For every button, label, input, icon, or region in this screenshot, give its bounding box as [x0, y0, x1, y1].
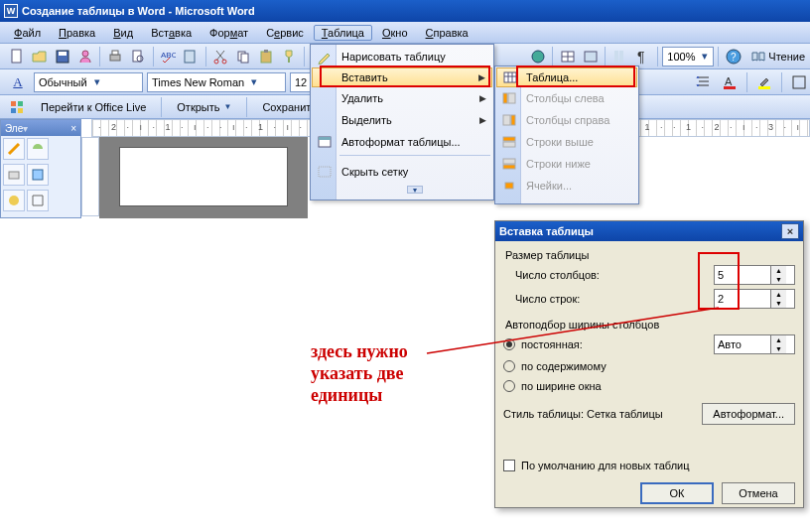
columns-button[interactable]: [609, 46, 630, 67]
menu-insert[interactable]: ВставкаВставка: [143, 25, 200, 41]
fixed-width-input[interactable]: [715, 338, 770, 350]
highlight-button[interactable]: [753, 71, 775, 93]
pane-tool-5[interactable]: [3, 190, 25, 211]
submenu-table[interactable]: Таблица...: [496, 67, 637, 87]
num-cols-spinner[interactable]: ▲▼: [714, 265, 795, 285]
menu-expand[interactable]: ▾: [312, 183, 492, 197]
menu-edit[interactable]: ПравкаПравка: [51, 25, 103, 41]
pane-tool-4[interactable]: [27, 164, 49, 186]
menu-window[interactable]: ОкноОкно: [374, 25, 416, 41]
close-icon[interactable]: ×: [70, 123, 76, 134]
spin-down[interactable]: ▼: [770, 299, 786, 308]
menu-insert-submenu[interactable]: Вставить ▶: [312, 67, 492, 87]
styles-pane-button[interactable]: A: [6, 71, 30, 93]
menu-delete-submenu[interactable]: Удалить ▶: [312, 87, 492, 109]
chevron-right-icon: ▶: [479, 115, 486, 125]
read-mode-button[interactable]: Чтение: [745, 46, 810, 67]
insert-table-button[interactable]: [580, 46, 601, 67]
spell-button[interactable]: ABC: [157, 46, 178, 67]
line-spacing-button[interactable]: [693, 71, 715, 93]
num-rows-spinner[interactable]: ▲▼: [714, 289, 795, 309]
svg-rect-34: [18, 108, 23, 113]
show-marks-button[interactable]: ¶: [632, 46, 653, 67]
menu-autoformat[interactable]: Автоформат таблицы...: [312, 131, 492, 153]
cancel-button[interactable]: Отмена: [722, 482, 795, 504]
style-label: Стиль таблицы:: [503, 408, 584, 420]
pane-tool-6[interactable]: [27, 190, 49, 211]
menu-help[interactable]: СправкаСправка: [418, 25, 476, 41]
spin-up[interactable]: ▲: [770, 266, 786, 275]
tables-borders-button[interactable]: [557, 46, 578, 67]
spin-up[interactable]: ▲: [770, 335, 786, 344]
preview-button[interactable]: [127, 46, 148, 67]
submenu-rows-above: Строки выше: [496, 131, 637, 153]
pane-tool-2[interactable]: [27, 138, 49, 160]
menu-select-submenu[interactable]: Выделить ▶: [312, 109, 492, 131]
style-combo[interactable]: Обычный▾: [34, 72, 143, 92]
font-color-button[interactable]: A: [719, 71, 741, 93]
svg-rect-0: [12, 50, 21, 63]
copy-button[interactable]: [233, 46, 254, 67]
menu-tools[interactable]: СервисСервис: [258, 25, 312, 41]
save-button[interactable]: [52, 46, 72, 67]
table-icon: [501, 68, 519, 86]
chevron-right-icon: ▶: [478, 72, 485, 82]
spin-up[interactable]: ▲: [770, 290, 786, 299]
print-button[interactable]: [104, 46, 125, 67]
help-button[interactable]: ?: [723, 46, 743, 67]
svg-text:A: A: [725, 75, 733, 87]
open-button[interactable]: [29, 46, 50, 67]
chevron-right-icon: ▶: [479, 93, 486, 103]
office-live-open-button[interactable]: Открыть▼: [168, 97, 240, 117]
ruler-vertical[interactable]: [81, 137, 99, 216]
office-live-go-button[interactable]: Перейти к Office Live: [32, 97, 155, 117]
svg-rect-30: [793, 76, 805, 88]
dialog-titlebar: Вставка таблицы ×: [495, 221, 803, 241]
radio-fixed[interactable]: постоянная:: [503, 334, 583, 354]
svg-rect-29: [758, 86, 770, 89]
research-button[interactable]: [181, 46, 202, 67]
permissions-button[interactable]: [74, 46, 95, 67]
svg-rect-9: [185, 51, 195, 63]
menu-table[interactable]: ТаблицаТаблица: [314, 25, 372, 41]
default-checkbox[interactable]: [503, 460, 515, 471]
ok-button[interactable]: ОК: [640, 482, 714, 504]
num-rows-input[interactable]: [715, 293, 770, 305]
cut-button[interactable]: [210, 46, 231, 67]
dialog-close-button[interactable]: ×: [781, 223, 799, 239]
spin-down[interactable]: ▼: [770, 275, 786, 284]
insert-submenu: Таблица... Столбцы слева Столбцы справа …: [494, 66, 639, 204]
menu-format[interactable]: ФорматФормат: [202, 25, 256, 41]
menu-hide-grid[interactable]: Скрыть сетку: [312, 161, 492, 183]
svg-rect-52: [503, 165, 515, 169]
fixed-width-spinner[interactable]: ▲▼: [714, 334, 795, 354]
hyperlink-button[interactable]: [527, 46, 548, 67]
radio-by-content[interactable]: по содержимому: [503, 356, 795, 376]
font-combo[interactable]: Times New Roman▾: [147, 72, 286, 92]
pane-tool-3[interactable]: [3, 164, 25, 186]
svg-rect-2: [59, 52, 67, 56]
radio-by-window[interactable]: по ширине окна: [503, 376, 795, 396]
table-dropdown: Нарисовать таблицу Вставить ▶ Удалить ▶ …: [310, 44, 494, 200]
document-page[interactable]: [119, 147, 288, 206]
spin-down[interactable]: ▼: [770, 344, 786, 353]
submenu-cols-right: Столбцы справа: [496, 109, 637, 131]
zoom-combo[interactable]: 100%▾: [662, 47, 714, 66]
svg-text:?: ?: [731, 52, 737, 63]
window-titlebar: W Создание таблицы в Word - Microsoft Wo…: [0, 0, 810, 22]
paste-button[interactable]: [256, 46, 277, 67]
new-doc-button[interactable]: [6, 46, 27, 67]
svg-rect-14: [261, 52, 271, 63]
autoformat-button[interactable]: Автоформат...: [702, 403, 795, 425]
svg-rect-28: [724, 86, 736, 89]
svg-rect-40: [319, 167, 331, 177]
format-painter-button[interactable]: [279, 46, 300, 67]
radio-icon: [503, 360, 515, 372]
border-button[interactable]: [788, 71, 810, 93]
menu-file[interactable]: ФФайлайл: [6, 25, 49, 41]
svg-point-3: [82, 51, 88, 57]
pane-tool-1[interactable]: [3, 138, 25, 160]
menu-view[interactable]: ВидВид: [105, 25, 141, 41]
menu-draw-table[interactable]: Нарисовать таблицу: [312, 46, 492, 67]
num-cols-input[interactable]: [715, 269, 770, 281]
